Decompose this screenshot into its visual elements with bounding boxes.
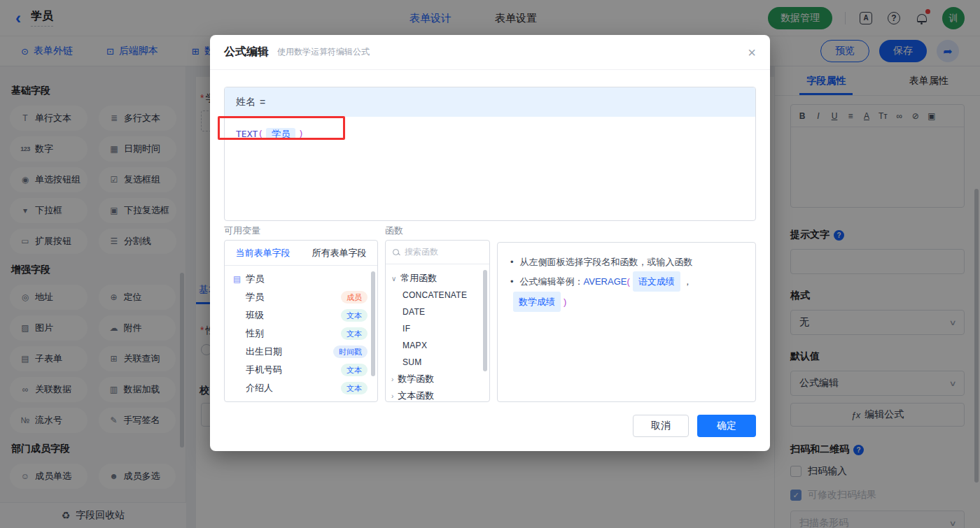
field-chip[interactable]: 学员 xyxy=(266,128,295,140)
type-badge: 文本 xyxy=(341,327,368,340)
chevron-right-icon: › xyxy=(391,376,393,383)
formula-editor-modal: 公式编辑 使用数学运算符编辑公式 × 姓名= TEXT(学员) 可用变量 函数 … xyxy=(210,35,770,451)
confirm-button[interactable]: 确定 xyxy=(697,415,756,437)
cancel-button[interactable]: 取消 xyxy=(633,415,689,437)
function-item-CONCATENATE[interactable]: CONCATENATE xyxy=(386,287,489,304)
formula-target: 姓名= xyxy=(225,87,755,117)
type-badge: 文本 xyxy=(341,309,368,322)
function-item-IF[interactable]: IF xyxy=(386,320,489,337)
function-group-文本函数[interactable]: ›文本函数 xyxy=(386,387,489,402)
help-line-2: •公式编辑举例：AVERAGE(语文成绩，数学成绩) xyxy=(510,271,743,312)
tab-all-form-fields[interactable]: 所有表单字段 xyxy=(301,247,377,259)
function-item-MAPX[interactable]: MAPX xyxy=(386,337,489,354)
functions-list: ∨常用函数CONCATENATEDATEIFMAPXSUM›数学函数›文本函数 xyxy=(386,264,489,402)
chevron-down-icon: ∨ xyxy=(391,275,396,283)
variable-row-手机号码[interactable]: 手机号码文本 xyxy=(225,361,377,379)
variable-row-出生日期[interactable]: 出生日期时间戳 xyxy=(225,343,377,361)
form-doc-icon: ▤ xyxy=(233,274,241,284)
functions-scrollbar[interactable] xyxy=(483,270,487,371)
formula-function: TEXT xyxy=(236,129,258,139)
modal-title: 公式编辑 xyxy=(224,45,269,59)
variables-list: ▤学员学员成员班级文本性别文本出生日期时间戳手机号码文本介绍人文本 xyxy=(225,266,377,397)
type-badge: 成员 xyxy=(341,291,368,304)
formula-help-panel: •从左侧面板选择字段名和函数，或输入函数 •公式编辑举例：AVERAGE(语文成… xyxy=(497,242,756,402)
variables-scrollbar[interactable] xyxy=(371,271,375,376)
variables-label: 可用变量 xyxy=(224,224,260,237)
variables-panel: 当前表单字段 所有表单字段 ▤学员学员成员班级文本性别文本出生日期时间戳手机号码… xyxy=(224,240,378,402)
form-designer-page: ‹ 学员 表单设计表单设置 数据管理 A ? 训 ⊙表单外链⊡后端脚本⊞数据权 … xyxy=(0,0,980,528)
function-search-input[interactable]: 搜索函数 xyxy=(386,241,489,264)
search-icon xyxy=(393,249,400,256)
variable-row-学员[interactable]: 学员成员 xyxy=(225,288,377,306)
type-badge: 时间戳 xyxy=(333,345,368,358)
type-badge: 文本 xyxy=(341,382,368,394)
chevron-right-icon: › xyxy=(391,392,393,400)
modal-footer: 取消 确定 xyxy=(633,415,756,437)
help-line-1: •从左侧面板选择字段名和函数，或输入函数 xyxy=(510,252,743,271)
modal-header: 公式编辑 使用数学运算符编辑公式 × xyxy=(210,35,770,70)
variable-row-介绍人[interactable]: 介绍人文本 xyxy=(225,379,377,397)
formula-expression[interactable]: TEXT(学员) xyxy=(225,117,755,152)
variable-root-node[interactable]: ▤学员 xyxy=(225,270,377,288)
search-placeholder: 搜索函数 xyxy=(405,246,438,258)
tab-current-form-fields[interactable]: 当前表单字段 xyxy=(225,247,301,259)
type-badge: 文本 xyxy=(341,364,368,376)
variables-tabs: 当前表单字段 所有表单字段 xyxy=(225,241,377,266)
functions-label: 函数 xyxy=(385,224,403,237)
variable-row-班级[interactable]: 班级文本 xyxy=(225,306,377,324)
close-icon[interactable]: × xyxy=(748,45,756,59)
function-group-数学函数[interactable]: ›数学函数 xyxy=(386,371,489,387)
modal-subtitle: 使用数学运算符编辑公式 xyxy=(277,46,370,58)
functions-panel: 搜索函数 ∨常用函数CONCATENATEDATEIFMAPXSUM›数学函数›… xyxy=(385,240,490,402)
formula-editor[interactable]: 姓名= TEXT(学员) xyxy=(224,87,756,221)
example-chip: 数学成绩 xyxy=(513,292,561,312)
function-item-DATE[interactable]: DATE xyxy=(386,304,489,320)
function-item-SUM[interactable]: SUM xyxy=(386,354,489,371)
function-group-常用函数[interactable]: ∨常用函数 xyxy=(386,270,489,287)
example-chip: 语文成绩 xyxy=(633,271,680,292)
variable-row-性别[interactable]: 性别文本 xyxy=(225,324,377,343)
